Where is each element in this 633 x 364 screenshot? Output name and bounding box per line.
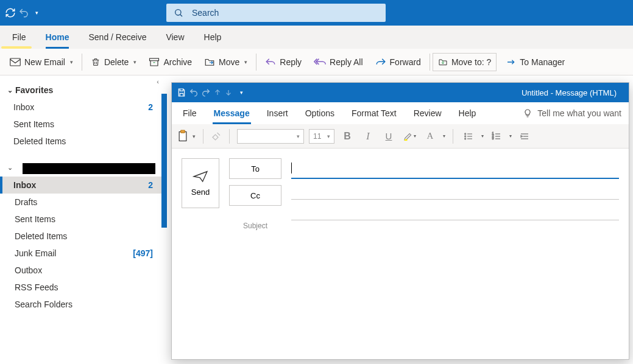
- account-name-redacted[interactable]: [23, 163, 155, 174]
- acct-deleted[interactable]: Deleted Items: [0, 228, 161, 245]
- highlight-button[interactable]: ▾: [401, 128, 417, 144]
- undo-icon[interactable]: [18, 7, 29, 18]
- fav-sent[interactable]: Sent Items: [0, 116, 161, 133]
- mail-icon: [10, 58, 21, 66]
- message-list-selection: [161, 94, 167, 228]
- tab-send-receive[interactable]: Send / Receive: [79, 26, 156, 49]
- reply-all-icon: [314, 58, 326, 66]
- acct-sent[interactable]: Sent Items: [0, 211, 161, 228]
- tab-file[interactable]: File: [2, 26, 36, 49]
- archive-button[interactable]: Archive: [143, 49, 198, 75]
- qat-customize-icon[interactable]: ▾: [240, 89, 243, 96]
- acct-inbox[interactable]: Inbox 2: [0, 177, 161, 194]
- save-icon[interactable]: [177, 88, 186, 97]
- acct-drafts[interactable]: Drafts: [0, 194, 161, 211]
- compose-title-text: Untitled - Message (HTML): [522, 88, 617, 97]
- svg-rect-2: [150, 58, 159, 61]
- undo-icon[interactable]: [189, 88, 199, 97]
- move-to-gallery[interactable]: Move to: ?: [433, 53, 497, 71]
- archive-icon: [149, 57, 160, 67]
- svg-rect-1: [10, 58, 21, 66]
- font-family-input[interactable]: ▾: [237, 129, 304, 144]
- highlight-mark: [1, 46, 32, 49]
- svg-text:3: 3: [492, 137, 494, 140]
- numbering-button[interactable]: 123: [489, 128, 504, 144]
- chevron-down-icon[interactable]: ▾: [443, 133, 445, 139]
- paste-icon[interactable]: [177, 130, 189, 143]
- acct-outbox[interactable]: Outbox: [0, 262, 161, 279]
- reply-icon: [265, 58, 276, 66]
- trash-icon: [91, 57, 101, 68]
- chevron-down-icon: ⌄: [7, 86, 13, 94]
- forward-button[interactable]: Forward: [369, 49, 427, 75]
- chevron-down-icon[interactable]: ⌄: [7, 164, 13, 172]
- indent-button[interactable]: [517, 128, 532, 144]
- ribbon: New Email▾ Delete▾ Archive Move▾ Reply R…: [0, 49, 633, 75]
- svg-point-7: [465, 138, 466, 139]
- fav-inbox[interactable]: Inbox 2: [0, 99, 161, 116]
- compose-tab-review[interactable]: Review: [405, 102, 450, 124]
- down-arrow-icon[interactable]: [224, 88, 233, 97]
- subject-label: Subject: [229, 222, 281, 230]
- format-painter-icon[interactable]: [211, 131, 222, 142]
- send-button[interactable]: Send: [182, 158, 219, 208]
- collapse-sidebar-icon[interactable]: ‹: [157, 78, 159, 85]
- svg-point-0: [175, 10, 181, 15]
- favorites-header[interactable]: ⌄ Favorites: [0, 79, 161, 99]
- compose-tab-options[interactable]: Options: [297, 102, 343, 124]
- new-email-button[interactable]: New Email▾: [4, 49, 79, 75]
- tell-me-input[interactable]: Tell me what you want: [523, 108, 626, 118]
- cc-button[interactable]: Cc: [229, 185, 281, 206]
- compose-window: ▾ Untitled - Message (HTML) File Message…: [171, 82, 629, 360]
- italic-button[interactable]: I: [360, 128, 376, 144]
- acct-junk[interactable]: Junk Email [497]: [0, 245, 161, 262]
- font-size-input[interactable]: 11▾: [309, 129, 334, 144]
- to-button[interactable]: To: [229, 158, 281, 179]
- svg-point-5: [465, 133, 466, 135]
- cc-field[interactable]: [291, 179, 619, 200]
- svg-point-6: [465, 136, 466, 137]
- qat-customize-icon[interactable]: ▾: [35, 10, 38, 16]
- font-color-button[interactable]: A: [422, 128, 438, 144]
- chevron-down-icon[interactable]: ▾: [481, 133, 484, 139]
- move-button[interactable]: Move▾: [198, 49, 253, 75]
- sync-icon[interactable]: [5, 7, 16, 18]
- compose-tab-format[interactable]: Format Text: [343, 102, 405, 124]
- quick-access-toolbar: ▾: [5, 7, 38, 18]
- tab-view[interactable]: View: [156, 26, 194, 49]
- compose-tab-file[interactable]: File: [174, 102, 205, 124]
- search-input[interactable]: Search: [166, 4, 386, 22]
- move-icon: [204, 57, 215, 67]
- compose-tab-message[interactable]: Message: [205, 102, 258, 124]
- to-field[interactable]: [291, 158, 619, 179]
- fav-deleted[interactable]: Deleted Items: [0, 133, 161, 150]
- forward-icon: [375, 58, 386, 66]
- folder-pane: ‹ ⌄ Favorites Inbox 2 Sent Items Deleted…: [0, 75, 161, 313]
- reply-button[interactable]: Reply: [259, 49, 308, 75]
- reply-all-button[interactable]: Reply All: [308, 49, 369, 75]
- compose-qat: ▾: [172, 88, 248, 97]
- acct-rss[interactable]: RSS Feeds: [0, 279, 161, 296]
- chevron-down-icon[interactable]: ▾: [193, 133, 196, 139]
- delete-button[interactable]: Delete▾: [85, 49, 143, 75]
- search-placeholder: Search: [192, 8, 219, 18]
- acct-search-folders[interactable]: Search Folders: [0, 296, 161, 313]
- tab-help[interactable]: Help: [194, 26, 232, 49]
- underline-button[interactable]: U: [381, 128, 397, 144]
- bullets-button[interactable]: [461, 128, 476, 144]
- bold-button[interactable]: B: [339, 128, 355, 144]
- up-arrow-icon[interactable]: [213, 88, 222, 97]
- subject-field[interactable]: [291, 200, 619, 220]
- send-icon: [193, 170, 208, 183]
- compose-titlebar: ▾ Untitled - Message (HTML): [172, 83, 629, 102]
- compose-tab-help[interactable]: Help: [450, 102, 485, 124]
- lightbulb-icon: [523, 108, 532, 118]
- chevron-down-icon[interactable]: ▾: [509, 133, 512, 139]
- tab-home[interactable]: Home: [36, 26, 79, 49]
- move-to-icon: [438, 58, 448, 66]
- compose-tab-insert[interactable]: Insert: [258, 102, 297, 124]
- redo-icon[interactable]: [201, 88, 211, 97]
- to-manager-button[interactable]: To Manager: [500, 49, 571, 75]
- titlebar: ▾ Search: [0, 0, 633, 26]
- main-tabs: File Home Send / Receive View Help: [0, 26, 633, 49]
